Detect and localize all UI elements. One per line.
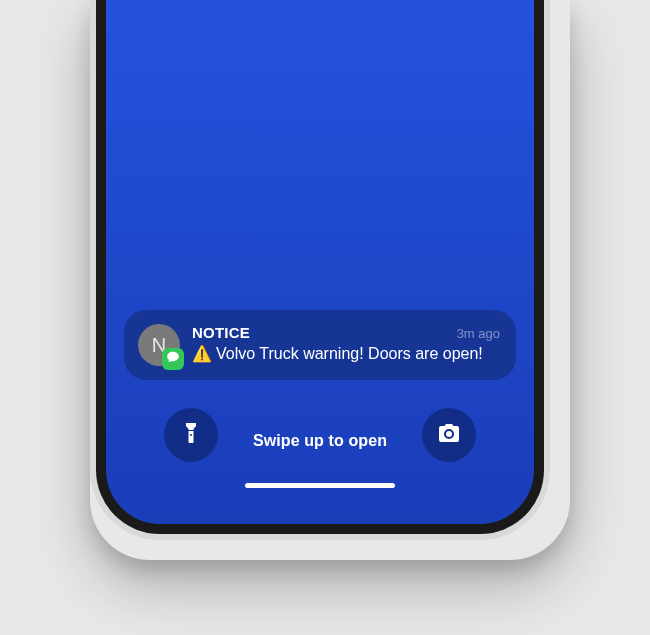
lock-screen[interactable]: N NOTICE 3m ago ⚠️Volvo Truck warning! [106, 0, 534, 524]
notification-message-text: Volvo Truck warning! Doors are open! [216, 345, 483, 362]
phone-frame: N NOTICE 3m ago ⚠️Volvo Truck warning! [90, 0, 550, 540]
notification-content: NOTICE 3m ago ⚠️Volvo Truck warning! Doo… [192, 324, 500, 365]
notification-card[interactable]: N NOTICE 3m ago ⚠️Volvo Truck warning! [124, 310, 516, 380]
messages-app-badge [162, 348, 184, 370]
messages-icon [166, 350, 180, 368]
notification-time: 3m ago [457, 326, 500, 341]
notification-avatar-wrap: N [138, 324, 180, 366]
notification-message: ⚠️Volvo Truck warning! Doors are open! [192, 343, 500, 365]
notification-header: NOTICE 3m ago [192, 324, 500, 341]
home-indicator[interactable] [245, 483, 395, 488]
swipe-up-hint: Swipe up to open [106, 432, 534, 450]
notification-title: NOTICE [192, 324, 250, 341]
warning-icon: ⚠️ [192, 345, 212, 362]
phone-frame-inner: N NOTICE 3m ago ⚠️Volvo Truck warning! [96, 0, 544, 534]
